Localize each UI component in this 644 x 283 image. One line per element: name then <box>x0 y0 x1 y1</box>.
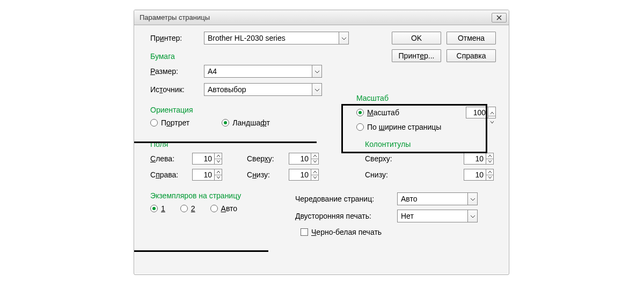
bw-print-label: Черно-белая печать <box>311 228 382 236</box>
titlebar: Параметры страницы <box>134 10 509 25</box>
highlight-copies <box>134 250 268 252</box>
scale-fit-radio[interactable]: По ширине страницы <box>356 123 441 131</box>
help-button[interactable]: Справка <box>447 49 496 62</box>
margin-top-label: Сверху: <box>247 154 284 163</box>
chevron-down-icon <box>471 195 475 203</box>
paper-size-label: Размер: <box>150 67 199 76</box>
chevron-down-icon <box>315 85 319 94</box>
paper-size-button[interactable] <box>312 65 321 77</box>
margin-top-spinner[interactable]: 10 <box>289 153 319 165</box>
orientation-landscape-radio[interactable]: Ландшафт <box>222 118 270 127</box>
margin-bottom-spinner[interactable]: 10 <box>289 169 319 181</box>
orientation-portrait-label: Портрет <box>161 118 189 127</box>
close-icon <box>496 13 502 22</box>
header-top-spinner[interactable]: 10 <box>464 153 494 165</box>
paper-size-combo[interactable]: A4 <box>204 65 322 78</box>
printer-settings-button[interactable]: Принтер... <box>392 49 441 62</box>
paper-size-text: A4 <box>204 65 312 77</box>
chevron-down-icon <box>342 34 346 42</box>
orientation-portrait-radio[interactable]: Портрет <box>150 118 189 127</box>
radio-icon <box>150 119 158 126</box>
headers-section-title: Колонтитулы <box>365 137 494 151</box>
header-bottom-label: Снизу: <box>365 170 402 179</box>
margin-bottom-label: Снизу: <box>247 170 284 179</box>
checkbox-icon <box>301 228 308 236</box>
margin-right-spinner[interactable]: 10 <box>192 169 222 181</box>
copies-two-label: 2 <box>191 204 195 213</box>
paper-source-combo[interactable]: Автовыбор <box>204 83 322 96</box>
header-bottom-spinner[interactable]: 10 <box>464 169 494 181</box>
interleave-combo[interactable]: Авто <box>397 192 478 205</box>
scale-custom-radio[interactable]: Масштаб <box>356 108 399 117</box>
duplex-combo[interactable]: Нет <box>397 210 478 222</box>
radio-icon <box>356 109 364 116</box>
copies-one-label: 1 <box>161 204 165 213</box>
header-top-label: Сверху: <box>365 154 402 163</box>
chevron-down-icon <box>471 212 475 220</box>
window-title: Параметры страницы <box>140 13 492 21</box>
close-button[interactable] <box>492 13 507 23</box>
copies-one-radio[interactable]: 1 <box>150 204 165 213</box>
duplex-combo-button[interactable] <box>467 210 477 222</box>
scale-spinner[interactable]: 100 <box>466 107 496 118</box>
paper-source-text: Автовыбор <box>204 84 312 95</box>
orientation-section-title: Ориентация <box>150 102 327 116</box>
printer-combo[interactable]: Brother HL-2030 series <box>204 32 349 44</box>
scale-fit-label: По ширине страницы <box>367 123 441 131</box>
scale-step-down[interactable] <box>488 116 495 125</box>
scale-value: 100 <box>466 107 488 118</box>
scale-custom-label: Масштаб <box>367 108 399 117</box>
chevron-up-icon <box>491 107 494 116</box>
orientation-landscape-label: Ландшафт <box>232 118 270 127</box>
margin-left-spinner[interactable]: 10 <box>192 153 222 165</box>
scale-step-up[interactable] <box>488 107 495 116</box>
paper-section-title: Бумага <box>150 49 175 63</box>
printer-label: Принтер: <box>150 34 199 42</box>
chevron-down-icon <box>491 116 494 125</box>
interleave-combo-button[interactable] <box>467 193 477 205</box>
radio-icon <box>150 205 158 212</box>
copies-section-title: Экземпляров на страницу <box>150 188 284 202</box>
copies-auto-label: Авто <box>221 204 238 213</box>
margin-right-label: Справа: <box>150 170 188 179</box>
dialog-content: Принтер: Brother HL-2030 series OK Отмен… <box>134 25 509 245</box>
duplex-label: Двусторонняя печать: <box>295 212 392 220</box>
cancel-button[interactable]: Отмена <box>447 32 496 44</box>
radio-icon <box>180 205 188 212</box>
page-setup-dialog: Параметры страницы Принтер: Brother HL-2… <box>134 10 509 275</box>
paper-source-label: Источник: <box>150 85 199 94</box>
radio-icon <box>222 119 229 126</box>
bw-print-checkbox[interactable]: Черно-белая печать <box>301 228 382 236</box>
radio-icon <box>356 123 364 131</box>
printer-combo-button[interactable] <box>339 32 348 44</box>
margins-section-title: Поля <box>150 137 343 151</box>
interleave-label: Чередование страниц: <box>295 195 392 203</box>
copies-two-radio[interactable]: 2 <box>180 204 195 213</box>
chevron-down-icon <box>315 67 319 76</box>
paper-source-button[interactable] <box>312 84 321 95</box>
printer-combo-text: Brother HL-2030 series <box>204 32 339 44</box>
ok-button[interactable]: OK <box>392 32 441 44</box>
radio-icon <box>210 205 218 212</box>
copies-auto-radio[interactable]: Авто <box>210 204 238 213</box>
scale-section-title: Масштаб <box>356 91 496 105</box>
margin-left-label: Слева: <box>150 154 188 163</box>
